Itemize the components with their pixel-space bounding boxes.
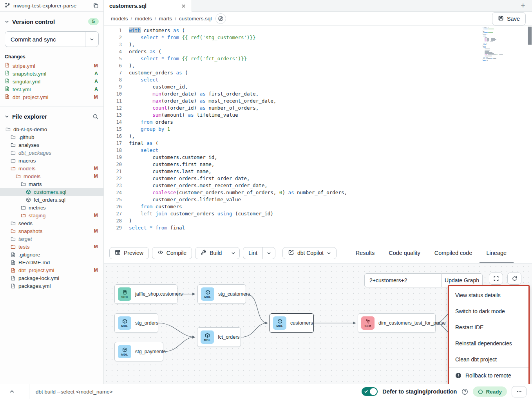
code-line[interactable]: 24 coalesce(customer_orders.number_of_or… xyxy=(104,189,532,196)
tab-lineage[interactable]: Lineage xyxy=(480,243,514,263)
change-row[interactable]: stripe.ymlM xyxy=(0,62,103,70)
lineage-node-stg_payments[interactable]: MDLstg_payments xyxy=(114,342,163,361)
lineage-node-customers[interactable]: MDLcustomers xyxy=(270,313,314,333)
tab-customers-sql[interactable]: customers.sql xyxy=(104,0,192,12)
tree-item-customers-sql[interactable]: customers.sql xyxy=(0,188,103,196)
tree-item-packages-yml[interactable]: packages.yml xyxy=(0,282,103,290)
change-row[interactable]: snapshots.ymlA xyxy=(0,70,103,78)
menu-item-switch-to-dark-mode[interactable]: Switch to dark mode xyxy=(449,303,528,319)
code-line[interactable]: 22 customer_orders.first_order_date, xyxy=(104,175,532,182)
change-row[interactable]: test.ymlA xyxy=(0,85,103,93)
menu-item-clean-dbt-project[interactable]: Clean dbt project xyxy=(449,351,528,367)
breadcrumb-item[interactable]: customers.sql xyxy=(179,16,212,22)
build-button[interactable]: Build xyxy=(195,247,227,259)
code-line[interactable]: 23 customer_orders.most_recent_order_dat… xyxy=(104,182,532,189)
tree-item-models[interactable]: modelsM xyxy=(0,164,103,172)
minimap[interactable] xyxy=(483,27,506,61)
tree-item-package-lock-yml[interactable]: package-lock.yml xyxy=(0,274,103,282)
menu-item-reinstall-dependencies[interactable]: Reinstall dependencies xyxy=(449,335,528,351)
commit-and-sync-button[interactable]: Commit and sync xyxy=(5,32,85,47)
tree-item-marts[interactable]: marts xyxy=(0,180,103,188)
code-line[interactable]: 26 from customers xyxy=(104,203,532,210)
code-line[interactable]: 10 min(order_date) as first_order_date, xyxy=(104,90,532,97)
code-line[interactable]: 25 customer_orders.lifetime_value xyxy=(104,196,532,203)
code-editor[interactable]: 1with customers as (2 select * from {{ r… xyxy=(104,26,532,243)
fullscreen-icon[interactable] xyxy=(489,273,503,285)
tree-item-db-sl-qs-demo[interactable]: db-sl-qs-demo xyxy=(0,125,103,133)
collapse-panel-icon[interactable] xyxy=(0,384,29,399)
tree-item-snapshots[interactable]: snapshotsM xyxy=(0,227,103,235)
tree-item-readme-md[interactable]: README.md xyxy=(0,258,103,266)
save-button[interactable]: Save xyxy=(492,12,526,25)
code-line[interactable]: 3), xyxy=(104,41,532,48)
code-line[interactable]: 27 left join customer_orders using (cust… xyxy=(104,210,532,217)
chevron-down-icon[interactable] xyxy=(5,20,9,24)
tree-item--github[interactable]: .github xyxy=(0,133,103,141)
tab-code-quality[interactable]: Code quality xyxy=(382,243,427,263)
dbt-copilot-button[interactable]: dbt Copilot xyxy=(282,247,337,259)
tree-item-metrics[interactable]: metrics xyxy=(0,204,103,211)
more-options-button[interactable] xyxy=(512,386,527,397)
breadcrumb-item[interactable]: models xyxy=(111,16,128,22)
menu-item-view-status-details[interactable]: View status details xyxy=(449,287,528,303)
tree-item-dbt-packages[interactable]: dbt_packages xyxy=(0,149,103,157)
preview-button[interactable]: Preview xyxy=(109,247,149,259)
compile-button[interactable]: Compile xyxy=(152,247,192,259)
code-line[interactable]: 28) xyxy=(104,217,532,224)
refresh-icon[interactable] xyxy=(507,273,521,285)
chevron-down-icon[interactable] xyxy=(5,114,9,119)
code-line[interactable]: 8 select xyxy=(104,76,532,83)
code-line[interactable]: 19 customers.customer_id, xyxy=(104,154,532,161)
code-line[interactable]: 12 count(order_id) as number_of_orders, xyxy=(104,105,532,112)
help-icon[interactable] xyxy=(461,388,468,395)
commit-options-chevron[interactable] xyxy=(85,32,98,47)
open-lineage-icon[interactable] xyxy=(215,13,226,24)
build-options-chevron[interactable] xyxy=(227,247,239,259)
tree-item-analyses[interactable]: analyses xyxy=(0,141,103,149)
tree-item-models[interactable]: modelsM xyxy=(0,172,103,180)
code-line[interactable]: 2 select * from {{ ref('stg_customers')}… xyxy=(104,34,532,41)
lint-button[interactable]: Lint xyxy=(243,247,262,259)
tab-results[interactable]: Results xyxy=(349,243,382,263)
tree-item-fct-orders-sql[interactable]: fct_orders.sql xyxy=(0,196,103,204)
code-line[interactable]: 29select * from final xyxy=(104,224,532,231)
tree-item-target[interactable]: target xyxy=(0,235,103,243)
breadcrumb-item[interactable]: marts xyxy=(159,16,172,22)
tree-item-dbt-project-yml[interactable]: dbt_project.ymlM xyxy=(0,266,103,274)
code-line[interactable]: 1with customers as ( xyxy=(104,27,532,34)
tree-item-macros[interactable]: macros xyxy=(0,157,103,164)
code-line[interactable]: 21 customers.last_name, xyxy=(104,168,532,175)
menu-item-rollback-to-remote[interactable]: Rollback to remote xyxy=(449,367,528,383)
change-row[interactable]: dbt_project.ymlM xyxy=(0,93,103,101)
lineage-node-dim_customers_test_for_parse[interactable]: SEMdim_customers_test_for_parse xyxy=(358,313,436,333)
lineage-node-stg_orders[interactable]: MDLstg_orders xyxy=(114,313,158,333)
menu-item-restart-ide[interactable]: Restart IDE xyxy=(449,319,528,335)
code-line[interactable]: 9 customer_id, xyxy=(104,83,532,90)
lineage-node-jaffle_shop-customers[interactable]: SRCjaffle_shop.customers xyxy=(114,284,177,304)
search-icon[interactable] xyxy=(92,114,99,120)
copy-branch-icon[interactable] xyxy=(93,3,99,9)
close-tab-icon[interactable] xyxy=(181,4,186,9)
code-line[interactable]: 20 customers.first_name, xyxy=(104,161,532,168)
new-tab-button[interactable]: + xyxy=(514,0,532,11)
code-line[interactable]: 17final as ( xyxy=(104,140,532,147)
lineage-node-fct_orders[interactable]: MDLfct_orders xyxy=(197,327,241,347)
lint-options-chevron[interactable] xyxy=(262,247,275,259)
code-line[interactable]: 5 select * from {{ ref('fct_orders')}} xyxy=(104,55,532,62)
code-line[interactable]: 11 max(order_date) as most_recent_order_… xyxy=(104,97,532,105)
tree-item--gitignore[interactable]: .gitignore xyxy=(0,251,103,258)
lineage-node-stg_customers[interactable]: MDLstg_customers xyxy=(197,284,246,304)
code-line[interactable]: 4orders as ( xyxy=(104,48,532,55)
tree-item-staging[interactable]: stagingM xyxy=(0,211,103,219)
code-line[interactable]: 16), xyxy=(104,133,532,140)
code-line[interactable]: 7customer_orders as ( xyxy=(104,69,532,76)
tree-item-seeds[interactable]: seeds xyxy=(0,219,103,227)
code-line[interactable]: 15 group by 1 xyxy=(104,126,532,133)
tab-compiled-code[interactable]: Compiled code xyxy=(427,243,480,263)
change-row[interactable]: singular.ymlA xyxy=(0,78,103,85)
code-line[interactable]: 6), xyxy=(104,62,532,69)
lineage-search-input[interactable] xyxy=(364,273,441,287)
code-line[interactable]: 18 select xyxy=(104,147,532,154)
tree-item-tests[interactable]: testsM xyxy=(0,243,103,251)
editor-scrollbar-thumb[interactable] xyxy=(528,27,532,45)
